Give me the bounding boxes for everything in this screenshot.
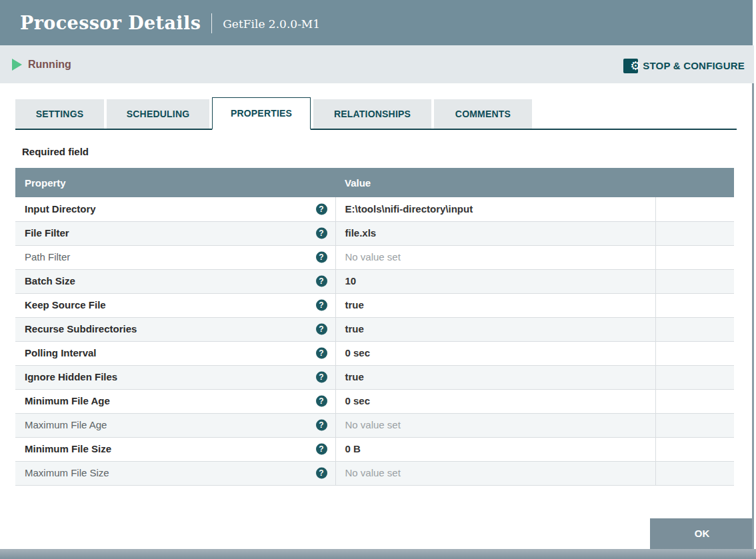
value-cell: 10 [335, 269, 655, 293]
property-value: No value set [345, 467, 401, 478]
row-trailing-cell [655, 365, 734, 389]
value-cell: file.xls [335, 221, 655, 245]
property-name: Polling Interval [25, 347, 97, 358]
property-value: 10 [345, 275, 357, 286]
property-value: E:\tools\nifi-directory\input [345, 203, 473, 215]
table-row: Maximum File Size ? No value set [15, 461, 734, 485]
table-row: Minimum File Age ? 0 sec [15, 389, 734, 413]
help-icon[interactable]: ? [316, 324, 327, 335]
tab-relationships[interactable]: RELATIONSHIPS [313, 99, 431, 129]
row-trailing-cell [655, 245, 734, 269]
help-icon[interactable]: ? [316, 396, 327, 407]
property-cell: Recurse Subdirectories ? [15, 317, 335, 341]
required-field-note: Required field [22, 146, 737, 157]
property-cell: File Filter ? [15, 221, 335, 245]
property-value: file.xls [345, 227, 377, 239]
property-name: Minimum File Age [25, 395, 110, 406]
table-body: Input Directory ? E:\tools\nifi-director… [15, 197, 734, 485]
table-row: Minimum File Size ? 0 B [15, 437, 734, 461]
column-header-property: Property [15, 168, 335, 197]
property-name: Minimum File Size [25, 443, 111, 454]
property-name: Keep Source File [25, 299, 106, 310]
status-bar: Running ⚙ STOP & CONFIGURE [0, 45, 754, 83]
run-status-label: Running [28, 59, 71, 71]
help-icon[interactable]: ? [316, 420, 327, 431]
table-row: Path Filter ? No value set [15, 245, 734, 269]
properties-table: Property Value Input Directory ? E:\tool… [15, 168, 734, 486]
property-cell: Ignore Hidden Files ? [15, 365, 335, 389]
run-status: Running [12, 59, 71, 71]
property-name: Batch Size [25, 275, 75, 286]
tab-label: COMMENTS [455, 109, 511, 119]
property-value: true [345, 323, 364, 334]
row-trailing-cell [655, 221, 734, 245]
property-value: true [345, 371, 364, 382]
help-icon[interactable]: ? [316, 252, 327, 263]
dialog-title: Processor Details [20, 13, 201, 33]
ok-button[interactable]: OK [650, 518, 754, 549]
header-divider [211, 13, 212, 33]
dialog-header: Processor Details GetFile 2.0.0-M1 [0, 0, 753, 45]
row-trailing-cell [655, 293, 734, 317]
row-trailing-cell [655, 413, 734, 437]
value-cell: E:\tools\nifi-directory\input [335, 197, 655, 221]
value-cell: No value set [335, 461, 655, 485]
tab-properties[interactable]: PROPERTIES [212, 97, 311, 130]
table-header-row: Property Value [15, 168, 734, 197]
value-cell: true [335, 293, 655, 317]
help-icon[interactable]: ? [316, 300, 327, 311]
tab-scheduling[interactable]: SCHEDULING [107, 99, 209, 129]
table-row: Polling Interval ? 0 sec [15, 341, 734, 365]
row-trailing-cell [655, 461, 734, 485]
property-cell: Batch Size ? [15, 269, 335, 293]
row-trailing-cell [655, 269, 734, 293]
property-name: Ignore Hidden Files [25, 371, 117, 382]
property-value: 0 sec [345, 347, 371, 358]
dialog-bottom-edge [0, 549, 756, 559]
tab-label: PROPERTIES [231, 108, 292, 119]
tab-settings[interactable]: SETTINGS [15, 99, 104, 129]
property-name: Input Directory [25, 203, 96, 215]
tab-comments[interactable]: COMMENTS [434, 99, 532, 129]
property-name: Maximum File Size [25, 467, 109, 478]
property-cell: Maximum File Age ? [15, 413, 335, 437]
table-row: File Filter ? file.xls [15, 221, 734, 245]
help-icon[interactable]: ? [316, 228, 327, 239]
row-trailing-cell [655, 389, 734, 413]
value-cell: No value set [335, 413, 655, 437]
help-icon[interactable]: ? [316, 348, 327, 359]
value-cell: 0 B [335, 437, 655, 461]
property-name: Maximum File Age [25, 419, 107, 430]
property-name: Path Filter [25, 251, 70, 263]
property-value: true [345, 299, 364, 310]
property-name: File Filter [25, 227, 69, 239]
dialog-right-edge [752, 83, 754, 549]
value-cell: true [335, 365, 655, 389]
column-header-value: Value [335, 168, 655, 197]
property-cell: Maximum File Size ? [15, 461, 335, 485]
stop-and-configure-button[interactable]: ⚙ STOP & CONFIGURE [623, 56, 745, 73]
help-icon[interactable]: ? [316, 372, 327, 383]
table-row: Ignore Hidden Files ? true [15, 365, 734, 389]
table-row: Input Directory ? E:\tools\nifi-director… [15, 197, 734, 221]
property-cell: Path Filter ? [15, 245, 335, 269]
help-icon[interactable]: ? [316, 468, 327, 479]
property-cell: Keep Source File ? [15, 293, 335, 317]
help-icon[interactable]: ? [316, 444, 327, 455]
row-trailing-cell [655, 197, 734, 221]
help-icon[interactable]: ? [316, 276, 327, 287]
property-value: 0 sec [345, 395, 371, 406]
table-row: Keep Source File ? true [15, 293, 734, 317]
property-cell: Minimum File Size ? [15, 437, 335, 461]
play-icon [12, 59, 22, 71]
property-name: Recurse Subdirectories [25, 323, 137, 334]
tab-label: SETTINGS [36, 109, 84, 119]
stop-configure-icon: ⚙ [623, 59, 638, 73]
property-cell: Polling Interval ? [15, 341, 335, 365]
value-cell: 0 sec [335, 389, 655, 413]
column-header-empty [655, 168, 734, 197]
property-value: No value set [345, 419, 401, 430]
table-row: Maximum File Age ? No value set [15, 413, 734, 437]
help-icon[interactable]: ? [316, 203, 327, 215]
stop-configure-label: STOP & CONFIGURE [643, 60, 745, 71]
